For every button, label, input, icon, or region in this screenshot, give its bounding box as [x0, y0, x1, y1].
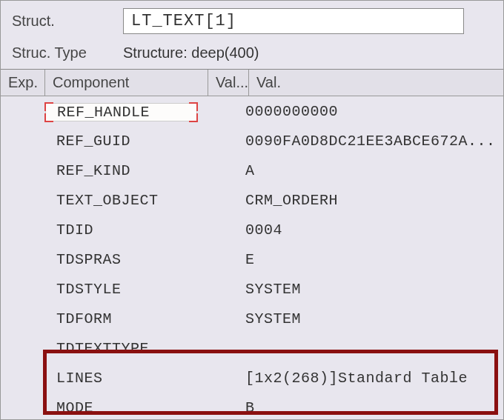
value-cell: 0090FA0D8DC21EE3ABCE672A... [238, 133, 503, 150]
component-cell: TDFORM [45, 310, 197, 327]
struct-row: Struct. [1, 1, 503, 41]
component-cell-input[interactable]: REF_HANDLE [45, 103, 197, 121]
table-row[interactable]: REF_HANDLE 0000000000 [1, 96, 503, 126]
value-cell: 0004 [238, 221, 503, 239]
value-cell: 0000000000 [238, 103, 503, 120]
table-row[interactable]: TDTEXTTYPE [1, 333, 503, 363]
value-cell: E [238, 251, 503, 268]
value-cell: [1x2(268)]Standard Table [238, 370, 503, 387]
struct-label: Struct. [12, 13, 108, 30]
col-header-component[interactable]: Component [45, 70, 208, 96]
col-header-val2[interactable]: Val. [249, 70, 503, 96]
table-row[interactable]: TDSPRAS E [1, 244, 503, 274]
table-row[interactable]: TEXT_OBJECT CRM_ORDERH [1, 185, 503, 215]
component-cell: TDID [45, 221, 197, 239]
col-header-exp[interactable]: Exp. [1, 70, 45, 96]
table-row[interactable]: TDFORM SYSTEM [1, 304, 503, 333]
component-cell: TEXT_OBJECT [45, 192, 197, 209]
struct-input[interactable] [123, 8, 464, 34]
type-row: Struc. Type Structure: deep(400) [1, 41, 503, 69]
table-row[interactable]: REF_KIND A [1, 156, 503, 185]
component-cell: REF_GUID [45, 133, 197, 150]
table-row[interactable]: REF_GUID 0090FA0D8DC21EE3ABCE672A... [1, 126, 503, 156]
value-cell: B [238, 399, 503, 416]
type-value: Structure: deep(400) [123, 44, 259, 61]
component-cell: REF_KIND [45, 162, 197, 179]
type-label: Struc. Type [12, 44, 108, 61]
value-cell: SYSTEM [238, 310, 503, 327]
component-cell: MODE [45, 399, 197, 416]
table-row[interactable]: TDID 0004 [1, 215, 503, 244]
component-cell: LINES [45, 370, 197, 387]
component-cell: TDSPRAS [45, 251, 197, 268]
value-cell: CRM_ORDERH [238, 192, 503, 209]
value-cell: A [238, 162, 503, 179]
column-headers: Exp. Component Val... Val. [1, 70, 503, 96]
value-cell: SYSTEM [238, 281, 503, 298]
table-row[interactable]: LINES [1x2(268)]Standard Table [1, 363, 503, 393]
component-cell: TDSTYLE [45, 281, 197, 298]
table-row[interactable]: MODE B [1, 393, 503, 420]
component-cell: TDTEXTTYPE [45, 340, 197, 357]
table-row[interactable]: TDSTYLE SYSTEM [1, 274, 503, 304]
col-header-val1[interactable]: Val... [208, 70, 249, 96]
structure-table: Exp. Component Val... Val. REF_HANDLE 00… [1, 69, 503, 420]
